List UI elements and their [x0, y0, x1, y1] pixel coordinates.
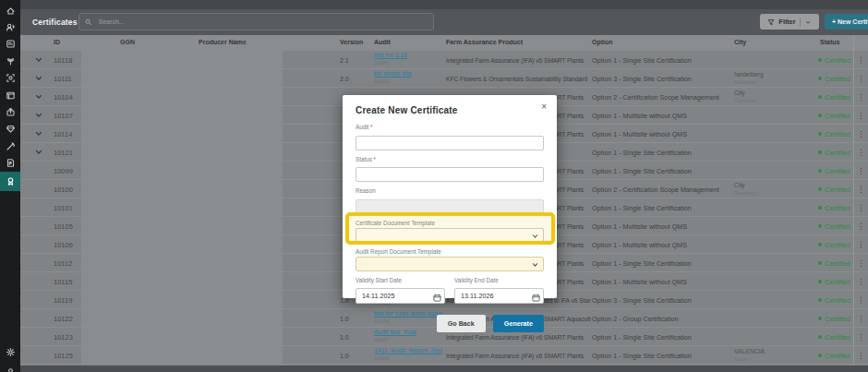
- calendar-icon[interactable]: [433, 289, 441, 297]
- row-actions-kebab-icon[interactable]: ⋮: [857, 328, 865, 346]
- row-actions-kebab-icon[interactable]: ⋮: [857, 69, 865, 88]
- row-actions-kebab-icon[interactable]: ⋮: [857, 125, 865, 143]
- row-expand-chevron-icon[interactable]: [35, 106, 42, 125]
- row-actions-kebab-icon[interactable]: ⋮: [857, 235, 865, 254]
- audit-field[interactable]: [356, 136, 544, 150]
- close-icon[interactable]: ×: [541, 102, 547, 112]
- row-actions-kebab-icon[interactable]: ⋮: [857, 272, 865, 291]
- sidebar: [0, 0, 20, 372]
- cell-option: Option 1 - Multisite without QMS: [592, 125, 732, 143]
- cell-id: 10107: [54, 106, 73, 125]
- sidebar-item-window[interactable]: [0, 87, 20, 103]
- sidebar-item-certificate-doc[interactable]: [0, 36, 20, 53]
- table-row: 101182.1test for 3.1810381Integrated Far…: [20, 51, 868, 69]
- chevron-down-icon[interactable]: [804, 18, 812, 26]
- sidebar-item-export[interactable]: [0, 103, 20, 120]
- validity-start-label: Validity Start Date: [356, 277, 445, 283]
- row-actions-kebab-icon[interactable]: ⋮: [857, 143, 865, 162]
- sidebar-item-plant[interactable]: [0, 53, 20, 69]
- cell-id: 10122: [54, 309, 73, 328]
- search-input[interactable]: [97, 18, 428, 26]
- status-field[interactable]: [356, 167, 544, 182]
- producer-ggn-band: [81, 217, 283, 234]
- status-dot-icon: [818, 206, 822, 210]
- row-expand-chevron-icon[interactable]: [35, 51, 42, 69]
- row-actions-kebab-icon[interactable]: ⋮: [857, 106, 865, 125]
- row-expand-chevron-icon[interactable]: [35, 69, 42, 88]
- audit-sub-id: 10387: [374, 338, 416, 343]
- status-field-label: Status *: [356, 156, 544, 162]
- cell-audit: 1411_Audit_Report_Test10388: [374, 348, 442, 362]
- table-row: 101112.0kfc single site10363KFC Flowers …: [20, 69, 868, 88]
- cell-option: Option 2 - Group Certification: [592, 309, 732, 328]
- row-actions-kebab-icon[interactable]: ⋮: [857, 162, 865, 180]
- row-actions-kebab-icon[interactable]: ⋮: [857, 309, 865, 328]
- sidebar-item-gem[interactable]: [0, 121, 20, 138]
- status-badge: Certified: [818, 162, 850, 180]
- scan-icon: [6, 73, 16, 83]
- sidebar-item-person[interactable]: [0, 364, 20, 372]
- row-actions-kebab-icon[interactable]: ⋮: [857, 291, 865, 309]
- certificate-template-select[interactable]: [356, 228, 544, 243]
- gear-icon: [6, 347, 16, 357]
- row-actions-kebab-icon[interactable]: ⋮: [857, 88, 865, 106]
- funnel-icon: [767, 18, 775, 26]
- search-box[interactable]: [78, 13, 434, 30]
- cell-farm-assurance-product: Integrated Farm Assurance (IFA) v6 SMART…: [446, 346, 591, 365]
- cell-option: Option 1 - Single Site Certification: [592, 51, 732, 69]
- status-badge: Certified: [818, 106, 850, 125]
- audit-link[interactable]: test for 3.18: [374, 53, 407, 59]
- cell-option: Option 1 - Single Site Certification: [592, 346, 732, 365]
- cell-version: 1.0: [340, 346, 349, 365]
- status-badge: Certified: [818, 217, 850, 235]
- cell-version: 2.1: [340, 51, 349, 69]
- status-badge: Certified: [818, 235, 850, 254]
- col-header-id: ID: [54, 39, 60, 45]
- cell-farm-assurance-product: KFC Flowers & Ornamentals Sustainability…: [446, 69, 591, 88]
- filter-button[interactable]: Filter: [760, 14, 819, 30]
- producer-ggn-band: [81, 125, 283, 142]
- row-actions-kebab-icon[interactable]: ⋮: [857, 254, 865, 272]
- producer-ggn-band: [81, 272, 283, 290]
- status-badge: Certified: [818, 125, 850, 143]
- audit-report-template-select[interactable]: [356, 257, 544, 271]
- sidebar-item-users[interactable]: [0, 18, 20, 35]
- new-certificate-button[interactable]: + New Certificate: [825, 14, 868, 30]
- page-title: Certificates: [32, 18, 78, 27]
- row-actions-kebab-icon[interactable]: ⋮: [857, 198, 865, 217]
- audit-link[interactable]: kfc single site: [374, 71, 412, 78]
- sidebar-item-home[interactable]: [0, 2, 20, 18]
- required-asterisk: *: [374, 156, 376, 162]
- row-actions-kebab-icon[interactable]: ⋮: [857, 346, 865, 365]
- row-expand-chevron-icon[interactable]: [35, 125, 42, 143]
- row-expand-chevron-icon[interactable]: [35, 143, 42, 162]
- generate-button[interactable]: Generate: [493, 315, 544, 332]
- cell-option: Option 1 - Single Site Certification: [592, 143, 732, 162]
- sidebar-item-scan[interactable]: [0, 70, 20, 87]
- audit-link[interactable]: 1411_Audit_Report_Test: [374, 348, 442, 354]
- audit-report-template-label: Audit Report Document Template: [356, 248, 544, 255]
- cell-option: Option 1 - Single Site Certification: [592, 162, 732, 180]
- sidebar-item-report[interactable]: [0, 155, 20, 172]
- status-badge: Certified: [818, 272, 850, 291]
- row-actions-kebab-icon[interactable]: ⋮: [857, 180, 865, 198]
- sidebar-item-wand[interactable]: [0, 138, 20, 154]
- cell-id: 10125: [54, 346, 73, 365]
- sidebar-item-award[interactable]: [0, 172, 20, 191]
- row-actions-kebab-icon[interactable]: ⋮: [857, 217, 865, 235]
- producer-ggn-band: [81, 198, 283, 216]
- audit-sub-id: 10388: [374, 356, 442, 362]
- cell-option: Option 2 - Certification Scope Managemen…: [592, 180, 732, 198]
- sidebar-item-gear[interactable]: [0, 343, 20, 360]
- cell-option: Option 1 - Multisite without QMS: [592, 235, 732, 254]
- filter-label: Filter: [778, 18, 795, 26]
- calendar-icon[interactable]: [532, 289, 540, 297]
- row-expand-chevron-icon[interactable]: [35, 88, 42, 106]
- window-top-strip: [20, 0, 868, 9]
- cell-version: 2.0: [340, 69, 349, 88]
- row-actions-kebab-icon[interactable]: ⋮: [857, 51, 865, 69]
- validity-end-input[interactable]: [454, 288, 544, 304]
- cell-id: 10115: [54, 272, 72, 291]
- validity-start-input[interactable]: [356, 288, 445, 304]
- go-back-button[interactable]: Go Back: [437, 315, 486, 332]
